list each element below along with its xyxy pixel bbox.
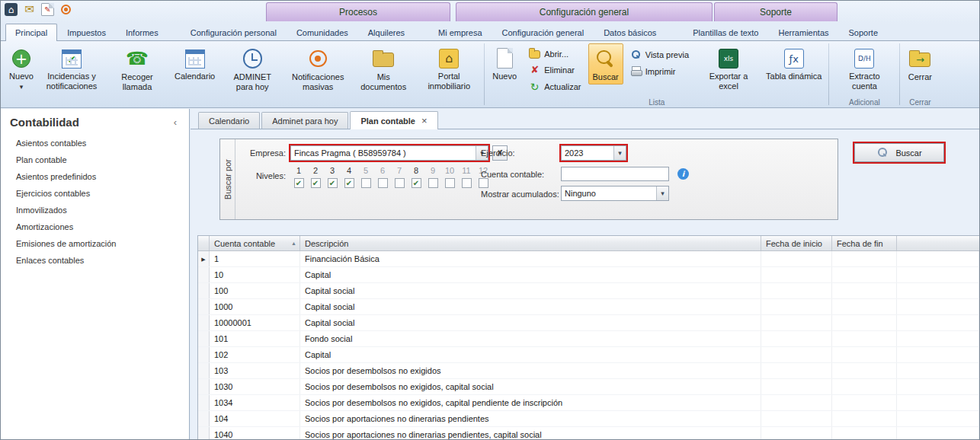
- ribbon-tab[interactable]: Principal: [5, 24, 57, 41]
- cerrar-icon: →: [909, 53, 930, 67]
- table-row[interactable]: 1 Financiación Básica: [198, 251, 979, 267]
- sidebar-item[interactable]: Amortizaciones: [1, 218, 189, 235]
- ribbon-button[interactable]: + Nuevo: [4, 43, 39, 93]
- ribbon-button[interactable]: ƒx Tabla dinámica: [761, 43, 826, 93]
- table-row[interactable]: 1030 Socios por desembolsos no exigidos,…: [198, 379, 979, 395]
- ribbon-tab[interactable]: Herramientas: [768, 24, 838, 41]
- column-header-descripcion[interactable]: Descripción: [300, 236, 761, 250]
- close-tab-icon[interactable]: ×: [421, 116, 428, 126]
- ribbon-tab[interactable]: Configuración general: [492, 24, 594, 41]
- table-row[interactable]: 104 Socios por aportaciones no dineraria…: [198, 411, 979, 427]
- table-row[interactable]: 10000001 Capital social: [198, 315, 979, 331]
- extracto-cuenta-button[interactable]: D/H Extracto cuenta: [831, 43, 897, 93]
- level-checkbox[interactable]: [462, 178, 472, 188]
- ribbon-tab[interactable]: Impuestos: [57, 24, 116, 41]
- level-checkbox[interactable]: [328, 178, 338, 188]
- cell-fecha-inicio: [761, 395, 832, 410]
- ribbon-button[interactable]: ✔ Incidencias y notificaciones: [39, 43, 104, 93]
- sidebar-item[interactable]: Asientos contables: [1, 135, 189, 151]
- level-checkbox[interactable]: [344, 178, 354, 188]
- cell-filler: [897, 251, 979, 266]
- quick-access-toolbar: ⌂✉✎: [5, 3, 72, 16]
- cell-cuenta-contable: 103: [210, 363, 300, 378]
- info-hint[interactable]: i: [677, 168, 689, 180]
- broadcast-icon[interactable]: [59, 3, 72, 16]
- ribbon-button[interactable]: xls Exportar a excel: [696, 43, 761, 93]
- niveles-checkboxes: 1 2 3: [290, 165, 492, 188]
- ribbon-tab[interactable]: Alquileres: [358, 24, 415, 41]
- row-selector-cell: [198, 283, 210, 298]
- ribbon-group-adicional: D/H Extracto cuenta Adicional: [830, 41, 898, 107]
- ribbon-small-button[interactable]: ↻ Actualizar: [524, 79, 585, 94]
- ribbon-button[interactable]: Notificaciones masivas: [285, 43, 351, 94]
- sidebar-item[interactable]: Inmovilizados: [1, 202, 189, 218]
- table-row[interactable]: 101 Fondo social: [198, 331, 979, 347]
- ribbon-button[interactable]: ADMINET para hoy: [219, 43, 285, 94]
- cell-filler: [897, 267, 979, 282]
- level-checkbox[interactable]: [361, 178, 371, 188]
- column-header-fecha-fin[interactable]: Fecha de fin: [832, 236, 897, 250]
- ejercicio-combo[interactable]: 2023: [561, 145, 626, 161]
- ribbon-tab[interactable]: Configuración personal: [181, 24, 287, 41]
- ribbon-tab[interactable]: Plantillas de texto: [683, 24, 768, 41]
- ribbon-button[interactable]: Calendario: [170, 43, 219, 84]
- sidebar-item[interactable]: Ejercicios contables: [1, 185, 189, 202]
- document-tab[interactable]: Plan contable ×: [350, 111, 437, 129]
- app-home-icon[interactable]: ⌂: [5, 3, 18, 16]
- sidebar-item[interactable]: Plan contable: [1, 151, 189, 168]
- ribbon-tab[interactable]: Comunidades: [287, 24, 358, 41]
- sidebar-item[interactable]: Asientos predefinidos: [1, 168, 189, 185]
- mostrar-acumulados-combo[interactable]: Ninguno: [561, 186, 669, 201]
- mostrar-acumulados-dropdown-icon[interactable]: [656, 187, 668, 200]
- level-checkbox[interactable]: [378, 178, 388, 188]
- table-row[interactable]: 100 Capital social: [198, 283, 979, 299]
- ribbon-tab[interactable]: Soporte: [839, 24, 889, 41]
- column-header-cuenta-contable[interactable]: Cuenta contable: [210, 236, 300, 250]
- ribbon-small-button[interactable]: Abrir...: [524, 47, 585, 60]
- ribbon-small-button[interactable]: ✘ Eliminar: [524, 62, 585, 77]
- cuenta-contable-input[interactable]: [561, 167, 669, 181]
- tabla-dinamica-icon: ƒx: [784, 49, 804, 69]
- mail-icon[interactable]: ✉: [23, 3, 36, 16]
- cell-descripcion: Socios por desembolsos no exigidos, capi…: [300, 395, 761, 410]
- buscar-ribbon-button[interactable]: Buscar: [588, 43, 623, 84]
- cerrar-button[interactable]: → Cerrar: [902, 43, 937, 84]
- ribbon-tab[interactable]: Mi empresa: [428, 24, 492, 41]
- level-checkbox[interactable]: [311, 178, 321, 188]
- ejercicio-dropdown-icon[interactable]: [613, 146, 626, 160]
- level-checkbox[interactable]: [445, 178, 455, 188]
- buscar-button[interactable]: Buscar: [854, 143, 944, 162]
- ribbon-tab[interactable]: Informes: [116, 24, 168, 41]
- ribbon-tab[interactable]: Datos básicos: [594, 24, 666, 41]
- level-checkbox[interactable]: [412, 178, 421, 188]
- table-row[interactable]: 103 Socios por desembolsos no exigidos: [198, 363, 979, 379]
- sidebar-item[interactable]: Enlaces contables: [1, 252, 189, 269]
- sidebar-item[interactable]: Emisiones de amortización: [1, 235, 189, 252]
- table-row[interactable]: 1040 Socios por aportaciones no dinerari…: [198, 427, 979, 439]
- ribbon-button[interactable]: ☎ Recoger llamada: [104, 43, 170, 94]
- table-row[interactable]: 1034 Socios por desembolsos no exigidos,…: [198, 395, 979, 411]
- document-tab[interactable]: Adminet para hoy: [261, 112, 348, 129]
- empresa-combo[interactable]: Fincas Pragma ( B58959784 ): [290, 145, 488, 161]
- table-row[interactable]: 102 Capital: [198, 347, 979, 363]
- ribbon-button[interactable]: Mis documentos: [351, 43, 416, 94]
- column-header-fecha-inicio[interactable]: Fecha de inicio: [761, 236, 832, 250]
- table-row[interactable]: 1000 Capital social: [198, 299, 979, 315]
- notes-icon[interactable]: ✎: [41, 3, 54, 16]
- ribbon-button[interactable]: ⌂ Portal inmobiliario: [416, 43, 482, 93]
- ribbon-small-button[interactable]: Imprimir: [626, 64, 693, 78]
- document-tab[interactable]: Calendario: [198, 112, 260, 129]
- ribbon-separator: [899, 43, 900, 105]
- nuevo-list-button[interactable]: Nuevo: [487, 43, 522, 84]
- cell-filler: [897, 363, 979, 378]
- level-checkbox[interactable]: [294, 178, 304, 188]
- table-row[interactable]: 10 Capital: [198, 267, 979, 283]
- ribbon-small-button[interactable]: Vista previa: [626, 47, 693, 62]
- cell-descripcion: Fondo social: [300, 331, 761, 346]
- document-tab-label: Plan contable: [360, 116, 415, 126]
- level-checkbox[interactable]: [428, 178, 438, 188]
- cell-cuenta-contable: 10000001: [210, 315, 300, 330]
- level-checkbox[interactable]: [395, 178, 405, 188]
- collapse-sidebar-button[interactable]: [171, 116, 180, 128]
- cell-fecha-fin: [832, 331, 897, 346]
